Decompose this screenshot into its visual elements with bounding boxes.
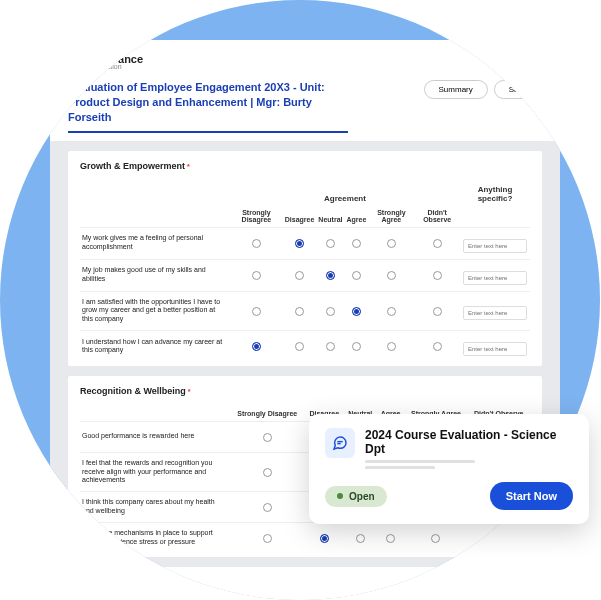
radio-option[interactable]: [356, 534, 365, 543]
scale-header: Strongly Disagree: [230, 205, 283, 228]
table-row: There are mechanisms in place to support…: [80, 523, 530, 554]
radio-option[interactable]: [295, 342, 304, 351]
statement-cell: There are mechanisms in place to support…: [80, 523, 230, 554]
page-title: Evaluation of Employee Engagement 20X3 -…: [68, 80, 348, 133]
statement-cell: My job makes good use of my skills and a…: [80, 259, 230, 291]
radio-option[interactable]: [295, 271, 304, 280]
card-title: 2024 Course Evaluation - Science Dpt: [365, 428, 573, 456]
avatar[interactable]: [524, 52, 542, 70]
radio-option[interactable]: [433, 307, 442, 316]
radio-option[interactable]: [263, 503, 272, 512]
brand-name: explorance: [85, 53, 143, 65]
radio-option[interactable]: [263, 534, 272, 543]
card-placeholder-lines: [365, 460, 573, 469]
table-row: I am satisfied with the opportunities I …: [80, 291, 530, 330]
statement-cell: I feel that the rewards and recognition …: [80, 452, 230, 491]
section-title: Recognition & Wellbeing: [80, 386, 530, 396]
radio-option[interactable]: [252, 342, 261, 351]
radio-option[interactable]: [352, 307, 361, 316]
statement-cell: I understand how I can advance my career…: [80, 330, 230, 362]
radio-option[interactable]: [433, 342, 442, 351]
radio-option[interactable]: [387, 271, 396, 280]
radio-option[interactable]: [295, 307, 304, 316]
status-badge: Open: [325, 486, 387, 507]
specific-input[interactable]: [463, 239, 527, 253]
save-button[interactable]: Save: [494, 80, 542, 99]
status-label: Open: [349, 491, 375, 502]
radio-option[interactable]: [326, 307, 335, 316]
radio-option[interactable]: [326, 271, 335, 280]
specific-header: Anything specific?: [460, 181, 530, 205]
radio-option[interactable]: [387, 239, 396, 248]
summary-button[interactable]: Summary: [424, 80, 488, 99]
radio-option[interactable]: [352, 271, 361, 280]
radio-option[interactable]: [494, 534, 503, 543]
radio-option[interactable]: [252, 307, 261, 316]
content-area: Growth & EmpowermentAgreementAnything sp…: [50, 141, 560, 600]
radio-option[interactable]: [386, 534, 395, 543]
agreement-header: Agreement: [230, 181, 460, 205]
radio-option[interactable]: [387, 342, 396, 351]
specific-input[interactable]: [463, 306, 527, 320]
radio-option[interactable]: [433, 239, 442, 248]
radio-option[interactable]: [387, 307, 396, 316]
radio-option[interactable]: [263, 468, 272, 477]
chat-icon: [325, 428, 355, 458]
radio-option[interactable]: [320, 534, 329, 543]
brand-logo-icon: [68, 53, 80, 65]
brand: explorance Corporation: [68, 53, 143, 70]
radio-option[interactable]: [252, 271, 261, 280]
radio-option[interactable]: [352, 342, 361, 351]
likert-table: AgreementAnything specific?Strongly Disa…: [80, 181, 530, 362]
scale-header: Strongly Agree: [368, 205, 414, 228]
section-panel: Organizational ValuesStrongly DisagreeDi…: [68, 567, 542, 600]
section-title: Growth & Empowerment: [80, 161, 530, 171]
start-now-button[interactable]: Start Now: [490, 482, 573, 510]
scale-header: Agree: [344, 205, 368, 228]
table-row: My work gives me a feeling of personal a…: [80, 227, 530, 259]
radio-option[interactable]: [295, 239, 304, 248]
radio-option[interactable]: [326, 239, 335, 248]
statement-cell: I am satisfied with the opportunities I …: [80, 291, 230, 330]
scale-header: Neutral: [316, 205, 344, 228]
radio-option[interactable]: [431, 534, 440, 543]
header: explorance Corporation Evaluation of Emp…: [50, 40, 560, 141]
table-row: My job makes good use of my skills and a…: [80, 259, 530, 291]
table-row: I understand how I can advance my career…: [80, 330, 530, 362]
radio-option[interactable]: [263, 433, 272, 442]
statement-cell: I think this company cares about my heal…: [80, 492, 230, 523]
radio-option[interactable]: [252, 239, 261, 248]
scale-header: Strongly Disagree: [230, 406, 305, 422]
scale-header: Didn't Observe: [414, 205, 460, 228]
evaluation-card: 2024 Course Evaluation - Science Dpt Ope…: [309, 414, 589, 524]
status-dot-icon: [337, 493, 343, 499]
radio-option[interactable]: [433, 271, 442, 280]
radio-option[interactable]: [352, 239, 361, 248]
section-title: Organizational Values: [80, 577, 530, 587]
statement-cell: My work gives me a feeling of personal a…: [80, 227, 230, 259]
radio-option[interactable]: [326, 342, 335, 351]
section-panel: Growth & EmpowermentAgreementAnything sp…: [68, 151, 542, 366]
specific-input[interactable]: [463, 271, 527, 285]
statement-cell: Good performance is rewarded here: [80, 421, 230, 452]
specific-input[interactable]: [463, 342, 527, 356]
scale-header: Disagree: [283, 205, 317, 228]
